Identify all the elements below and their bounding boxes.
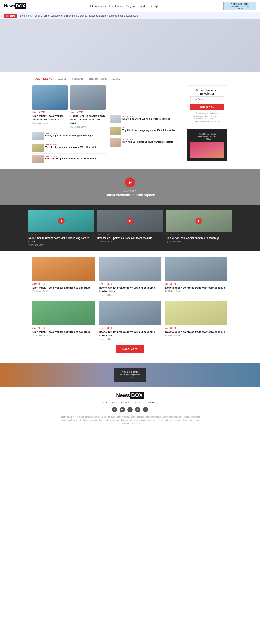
small-articles-list-2: June 20, 2020 Nearly a quarter have no e… xyxy=(110,115,183,148)
article-title-r2-1[interactable]: Rachel Sm ith breaks down while discussi… xyxy=(99,330,161,338)
header-ad-title: YOUR ADD HERE xyxy=(231,3,248,5)
nav-item-international[interactable]: International xyxy=(90,5,106,8)
article-title-r1-0[interactable]: Elon Musk: Tesla worker admitted to sabo… xyxy=(33,286,95,290)
newsletter-subscribe-button[interactable]: Subscribe xyxy=(190,104,224,110)
article-card-r2-1: June 20, 2020 Rachel Sm ith breaks down … xyxy=(99,301,161,340)
small-title-0[interactable]: Nearly a quarter have no emergency savin… xyxy=(45,134,106,137)
small-title-2-1[interactable]: Top bitcoin exchange says over $30 milli… xyxy=(122,129,183,132)
sidebar-ad-image xyxy=(190,142,224,158)
video-card-date-2: June 20, 2020 xyxy=(166,234,231,236)
video-section: June 20, 2020 Traffic Problems in Time S… xyxy=(0,169,260,205)
tabs-row: All The News Latest Popular Internationa… xyxy=(33,76,227,82)
footer-logo-box: BOX xyxy=(130,392,144,398)
article-date-r1-2: June 20, 2020 xyxy=(165,283,227,285)
video-play-small-2[interactable] xyxy=(195,218,202,224)
article-author-r2-2: By Michael Smith xyxy=(165,334,227,336)
article-card-r2-2: June 20, 2020 Dow falls 287 points as tr… xyxy=(165,301,227,340)
small-title-1[interactable]: Top bitcoin exchange says over $30 milli… xyxy=(45,146,106,148)
footer-links: Contact Us Closed Captioning Site Map xyxy=(4,401,256,404)
header-ad-size: 160x60 xyxy=(237,7,243,9)
social-icon-youtube[interactable]: ▶ xyxy=(135,407,140,412)
social-icon-facebook[interactable]: f xyxy=(112,407,117,412)
video-card-title-2[interactable]: Elon Musk: Tesla worker admitted to sabo… xyxy=(166,236,231,240)
video-thumb-0 xyxy=(29,210,94,232)
video-play-small-1[interactable] xyxy=(127,218,133,224)
footer-link-sitemap[interactable]: Site Map xyxy=(147,401,157,404)
video-play-small-0[interactable] xyxy=(58,218,65,224)
small-article-2-2: June 20, 2020 Dow falls 287 points as tr… xyxy=(110,138,183,148)
video-cards-inner: June 20, 2020 Rachel Sm ith breaks down … xyxy=(29,210,231,246)
small-date-0: June 20, 2020 xyxy=(45,132,106,134)
footer: NewsBOX Contact Us Closed Captioning Sit… xyxy=(0,387,260,428)
tab-local[interactable]: Local xyxy=(109,76,123,82)
small-img-0 xyxy=(33,132,44,140)
small-title-2-0[interactable]: Nearly a quarter have no emergency savin… xyxy=(122,117,183,120)
featured-author-0: By Michael Smith xyxy=(33,122,68,124)
article-author-r1-0: By Michael Smith xyxy=(33,290,95,292)
nav-item-local-news[interactable]: Local News xyxy=(109,5,123,8)
trending-text: Lorem ipsum dolor sit amet, consectetur … xyxy=(20,14,138,17)
social-icon-google[interactable]: G xyxy=(120,407,125,412)
video-thumb-2 xyxy=(166,210,231,232)
small-img-2-0 xyxy=(110,115,121,124)
video-card-2: June 20, 2020 Elon Musk: Tesla worker ad… xyxy=(166,210,231,246)
video-card-author-1: By Michael Smith xyxy=(97,240,163,242)
tab-popular[interactable]: Popular xyxy=(69,76,86,82)
article-title-r1-1[interactable]: Rachel Sm ith breaks down while discussi… xyxy=(99,286,161,293)
tab-latest[interactable]: Latest xyxy=(55,76,69,82)
featured-title-0[interactable]: Elon Musk: Tesla worker admitted to sabo… xyxy=(33,114,68,122)
load-more-button[interactable]: Load More xyxy=(115,345,145,352)
news-main: June 20, 2020 Elon Musk: Tesla worker ad… xyxy=(33,85,106,165)
video-card-title-1[interactable]: Dow falls 287 points as trade war fears … xyxy=(97,236,163,240)
social-icon-linkedin[interactable]: in xyxy=(143,407,148,412)
article-author-r1-2: By Michael Smith xyxy=(165,290,227,292)
article-date-r1-1: June 20, 2020 xyxy=(99,283,161,285)
article-title-r1-2[interactable]: Dow falls 287 points as trade war fears … xyxy=(165,286,227,290)
article-img-r1-2 xyxy=(165,257,227,281)
trending-bar: Trending Lorem ipsum dolor sit amet, con… xyxy=(0,12,260,19)
video-play-button[interactable] xyxy=(125,177,135,188)
footer-text: Nullam lacinia nisi ut mattis condimentu… xyxy=(59,416,201,425)
small-title-2[interactable]: Dow falls 287 points as trade war fears … xyxy=(45,157,106,160)
video-card-date-1: June 20, 2020 xyxy=(97,234,163,236)
article-title-r2-0[interactable]: Elon Musk: Tesla worker admitted to sabo… xyxy=(33,330,95,334)
header-ad: YOUR ADD HERE ipsum adipiscing nullam 16… xyxy=(223,2,256,10)
video-card-0: June 20, 2020 Rachel Sm ith breaks down … xyxy=(29,210,94,246)
video-card-title-0[interactable]: Rachel Sm ith breaks down while discussi… xyxy=(29,236,94,243)
newsletter-email-input[interactable] xyxy=(190,96,224,102)
small-img-2-2 xyxy=(110,138,121,146)
article-title-r2-2[interactable]: Dow falls 287 points as trade war fears … xyxy=(165,330,227,334)
social-icon-twitter[interactable]: t xyxy=(127,407,133,412)
sidebar-ad-size: 360x280 xyxy=(190,138,224,140)
nav-item-lifestyle[interactable]: Lifestyle xyxy=(150,5,160,8)
small-date-2-0: June 20, 2020 xyxy=(122,115,183,117)
sidebar-ad-desc: ipsum adipiscing nullam xyxy=(190,135,224,137)
logo[interactable]: NewsBOX xyxy=(4,4,26,9)
tab-all-the-news[interactable]: All The News xyxy=(33,76,55,82)
header-ad-desc: ipsum adipiscing nullam xyxy=(230,5,249,7)
featured-title-1[interactable]: Rachel Sm ith breaks down while discussi… xyxy=(70,114,106,125)
nav-item-pages[interactable]: Pages xyxy=(126,5,136,8)
small-date-2: June 20, 2020 xyxy=(45,155,106,157)
footer-link-contact[interactable]: Contact Us xyxy=(103,401,115,404)
small-article-1: June 20, 2020 Top bitcoin exchange says … xyxy=(33,144,106,154)
article-card-r1-2: June 20, 2020 Dow falls 287 points as tr… xyxy=(165,257,227,296)
article-date-r2-1: June 20, 2020 xyxy=(99,327,161,329)
featured-author-1: By Michael Smith xyxy=(70,126,106,128)
hero-banner xyxy=(0,19,260,72)
article-card-r1-1: June 20, 2020 Rachel Sm ith breaks down … xyxy=(99,257,161,296)
footer-ad-desc: ipsum adipiscing nullam xyxy=(120,374,140,376)
small-img-1 xyxy=(33,144,44,152)
main-container: All The News Latest Popular Internationa… xyxy=(29,72,231,169)
small-date-2-2: June 20, 2020 xyxy=(122,138,183,140)
tab-international[interactable]: International xyxy=(86,76,109,82)
article-img-r2-0 xyxy=(33,301,95,326)
small-article-2: June 20, 2020 Dow falls 287 points as tr… xyxy=(33,155,106,165)
nav-item-sport[interactable]: Sport xyxy=(139,5,147,8)
small-date-1: June 20, 2020 xyxy=(45,144,106,146)
small-title-2-2[interactable]: Dow falls 287 points as trade war fears … xyxy=(122,140,183,143)
small-article-2-0: June 20, 2020 Nearly a quarter have no e… xyxy=(110,115,183,125)
featured-card-0: June 20, 2020 Elon Musk: Tesla worker ad… xyxy=(33,85,68,128)
sidebar-ad: YOUR ADD HERE ipsum adipiscing nullam 36… xyxy=(187,130,227,161)
footer-link-captioning[interactable]: Closed Captioning xyxy=(121,401,141,404)
